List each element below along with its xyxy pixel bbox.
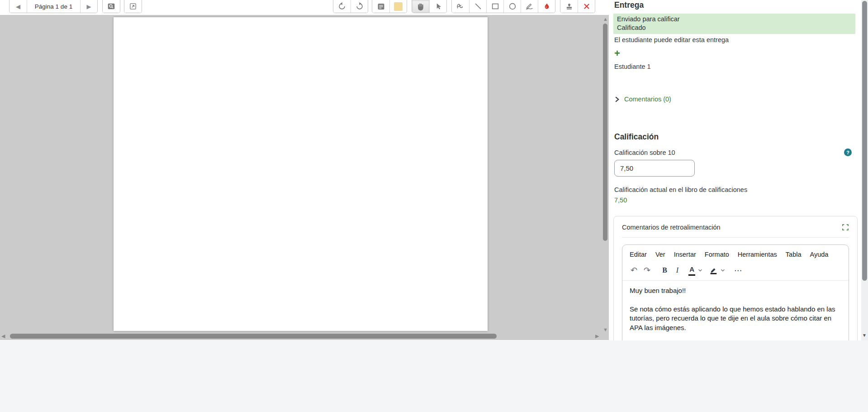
- feedback-editor: Editar Ver Insertar Formato Herramientas…: [622, 244, 849, 340]
- feedback-title: Comentarios de retroalimentación: [622, 224, 721, 231]
- expand-review-panel-button[interactable]: [124, 0, 142, 13]
- more-options-icon[interactable]: ⋯: [734, 265, 742, 276]
- oval-tool-button[interactable]: [503, 0, 521, 13]
- vertical-scroll-thumb[interactable]: [603, 24, 607, 241]
- undo-icon[interactable]: ↶: [631, 265, 637, 276]
- expand-group: [124, 0, 142, 13]
- feedback-paragraph: Muy buen trabajo!!: [630, 286, 841, 296]
- stamp-tool-button[interactable]: [560, 0, 578, 13]
- comment-color-swatch-yellow: [394, 2, 403, 11]
- document-column: ◀ Página 1 de 1 ▶: [0, 0, 609, 340]
- scroll-left-icon[interactable]: ◀: [1, 334, 5, 339]
- comments-toggle-label[interactable]: Comentarios (0): [624, 96, 671, 103]
- menu-edit[interactable]: Editar: [630, 251, 647, 258]
- annotation-color-button[interactable]: [538, 0, 555, 13]
- fullscreen-icon[interactable]: [842, 224, 849, 231]
- rotate-right-button[interactable]: [351, 0, 368, 13]
- drag-tool-button[interactable]: [412, 0, 429, 13]
- stamp-group: [560, 0, 595, 13]
- bold-icon[interactable]: B: [662, 265, 667, 276]
- search-comments-icon: [107, 2, 116, 11]
- divider: [622, 237, 849, 238]
- rectangle-icon: [491, 2, 500, 11]
- gradebook-value: 7,50: [614, 196, 627, 204]
- rotate-left-button[interactable]: [333, 0, 351, 13]
- student-name: Estudiante 1: [614, 63, 651, 70]
- submission-title: Entrega: [614, 0, 644, 10]
- scroll-down-icon[interactable]: ▼: [603, 327, 608, 332]
- highlight-tool-button[interactable]: [521, 0, 538, 13]
- background-color-icon[interactable]: [709, 265, 718, 276]
- delete-x-icon: [583, 2, 591, 10]
- comment-group: [372, 0, 407, 13]
- rotate-right-icon: [355, 2, 364, 11]
- annotation-toolbar: ◀ Página 1 de 1 ▶: [0, 0, 609, 15]
- menu-insert[interactable]: Insertar: [674, 251, 696, 258]
- status-submitted: Enviado para calificar: [617, 15, 852, 24]
- page-indicator[interactable]: Página 1 de 1: [27, 0, 80, 13]
- menu-table[interactable]: Tabla: [786, 251, 802, 258]
- menu-tools[interactable]: Herramientas: [738, 251, 777, 258]
- next-page-button[interactable]: ▶: [80, 0, 97, 13]
- delete-annotation-button[interactable]: [578, 0, 595, 13]
- feedback-paragraph: Se nota cómo estás aplicando lo que hemo…: [630, 305, 841, 333]
- horizontal-scrollbar[interactable]: ◀ ▶: [0, 332, 602, 340]
- menu-help[interactable]: Ayuda: [810, 251, 829, 258]
- hand-icon: [416, 2, 425, 11]
- feedback-comments-card: Comentarios de retroalimentación Editar …: [613, 216, 858, 340]
- text-color-icon[interactable]: A: [688, 265, 695, 276]
- document-canvas: ◀ ▶ ▲ ▼: [0, 15, 609, 340]
- vertical-scrollbar[interactable]: ▲ ▼: [602, 15, 609, 340]
- comments-toggle[interactable]: Comentarios (0): [614, 96, 671, 103]
- rectangle-tool-button[interactable]: [486, 0, 503, 13]
- comment-icon: [377, 2, 385, 11]
- submission-editable-note: El estudiante puede editar esta entrega: [614, 36, 729, 43]
- text-color-chevron-icon[interactable]: [697, 265, 703, 276]
- editor-menubar: Editar Ver Insertar Formato Herramientas…: [622, 245, 849, 261]
- background-color-chevron-icon[interactable]: [720, 265, 726, 276]
- menu-view[interactable]: Ver: [655, 251, 665, 258]
- draw-tools-group: [451, 0, 555, 13]
- select-tool-button[interactable]: [429, 0, 446, 13]
- pen-scribble-icon: [455, 1, 465, 11]
- comment-color-button[interactable]: [389, 0, 407, 13]
- line-tool-button[interactable]: [469, 0, 486, 13]
- panel-scrollbar[interactable]: ▼: [861, 0, 868, 340]
- comment-tool-button[interactable]: [372, 0, 389, 13]
- search-comments-button[interactable]: [103, 0, 120, 13]
- rotate-left-icon: [337, 2, 346, 11]
- prev-page-button[interactable]: ◀: [9, 0, 27, 13]
- horizontal-scroll-thumb[interactable]: [10, 334, 497, 339]
- gradebook-label: Calificación actual en el libro de calif…: [614, 186, 747, 193]
- pen-tool-button[interactable]: [452, 0, 469, 13]
- grade-input[interactable]: [614, 160, 695, 177]
- expand-icon: [129, 2, 137, 10]
- menu-format[interactable]: Formato: [705, 251, 729, 258]
- status-graded: Calificado: [617, 24, 852, 32]
- scroll-up-icon[interactable]: ▲: [603, 17, 608, 22]
- help-icon[interactable]: ?: [844, 149, 852, 156]
- submission-status-box: Enviado para calificar Calificado: [613, 14, 855, 34]
- italic-icon[interactable]: I: [676, 265, 678, 276]
- add-attempt-icon[interactable]: +: [614, 48, 620, 58]
- grade-label: Calificación sobre 10: [614, 149, 675, 156]
- oval-icon: [508, 2, 517, 11]
- footer-bar: Notificar a los estudiantes ? Guardar ca…: [0, 340, 868, 412]
- editor-toolbar: ↶ ↷ B I A ⋯: [622, 261, 849, 281]
- scroll-right-icon[interactable]: ▶: [595, 334, 599, 339]
- page-nav-group: ◀ Página 1 de 1 ▶: [9, 0, 98, 13]
- panel-scroll-down-icon[interactable]: ▼: [862, 333, 867, 338]
- panel-scroll-thumb[interactable]: [862, 1, 867, 281]
- redo-icon[interactable]: ↷: [644, 265, 650, 276]
- chevron-right-icon: [614, 96, 620, 103]
- rotate-group: [333, 0, 368, 13]
- cursor-icon: [434, 2, 442, 10]
- pointer-group: [412, 0, 447, 13]
- highlighter-icon: [525, 2, 534, 11]
- editor-content[interactable]: Muy buen trabajo!! Se nota cómo estás ap…: [622, 281, 849, 338]
- grading-title: Calificación: [614, 132, 659, 142]
- next-page-icon: ▶: [87, 4, 91, 10]
- search-comments-group: [102, 0, 120, 13]
- line-icon: [474, 2, 483, 11]
- document-page[interactable]: [114, 17, 488, 331]
